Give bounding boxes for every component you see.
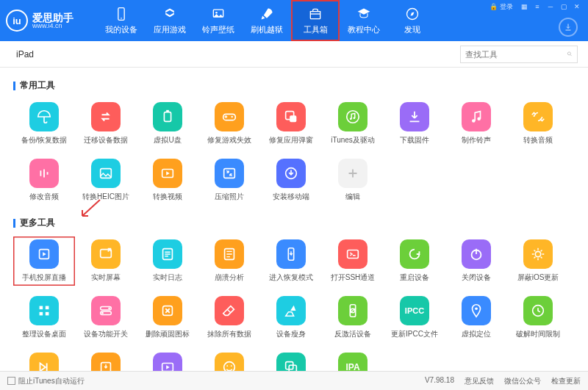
more-tools-grid: 手机投屏直播 实时屏幕 实时日志 崩溃分析 进入恢复模式 打开SSH通道 重启设… [13, 236, 575, 371]
tool-backup-boot[interactable]: 备份引导区数据 [75, 350, 137, 371]
clock-icon [530, 303, 546, 319]
player-icon [159, 359, 176, 371]
svg-point-3 [215, 12, 218, 13]
power-icon [468, 246, 484, 262]
device-tab[interactable]: iPad [10, 46, 40, 62]
tool-virtual-usb[interactable]: 虚拟U盘 [137, 99, 198, 148]
graduation-icon [356, 7, 371, 21]
section-common-title: 常用工具 [13, 79, 575, 92]
itunes-icon [345, 109, 361, 125]
tool-backup-restore[interactable]: 备份/恢复数据 [13, 99, 75, 148]
tool-organize-desktop[interactable]: 整理设备桌面 [13, 293, 75, 342]
boot-backup-icon [98, 359, 114, 371]
tool-ipcc[interactable]: IPCC更新IPCC文件 [384, 293, 445, 342]
skin-icon[interactable]: ▦ [517, 1, 531, 12]
tool-ringtone[interactable]: 制作铃声 [445, 99, 507, 148]
svg-rect-19 [224, 169, 235, 178]
section-more-title: 更多工具 [13, 217, 575, 229]
tool-realtime-log[interactable]: 实时日志 [137, 236, 198, 286]
download-icon [564, 23, 573, 32]
nav-flash[interactable]: 刷机越狱 [243, 0, 291, 41]
feedback-link[interactable]: 意见反馈 [465, 376, 494, 386]
tool-emoji-convert[interactable]: 表情转换 [198, 350, 260, 371]
lock-icon[interactable]: 🔒 [487, 1, 500, 12]
block-itunes-label[interactable]: 阻止iTunes自动运行 [18, 376, 85, 386]
minimize-icon[interactable]: ─ [544, 1, 557, 12]
svg-point-44 [224, 362, 235, 371]
skip-icon [36, 359, 52, 371]
search-icon [567, 49, 573, 59]
tool-screencast[interactable]: 手机投屏直播 [13, 236, 75, 286]
tool-deactivate[interactable]: 反激活设备 [322, 293, 384, 342]
tool-compress-photo[interactable]: 压缩照片 [198, 156, 260, 205]
tool-feature-switch[interactable]: 设备功能开关 [75, 293, 137, 342]
compress-icon [221, 165, 237, 181]
tool-download-firmware[interactable]: 下载固件 [384, 99, 445, 148]
phone-icon [114, 7, 129, 21]
plus-icon [345, 165, 361, 181]
nav-toolbox[interactable]: 工具箱 [291, 0, 340, 41]
tool-ipa-sign[interactable]: IPAIPA签名 [322, 350, 384, 371]
tool-erase-all[interactable]: 抹除所有数据 [198, 293, 260, 342]
tool-crash-analysis[interactable]: 崩溃分析 [198, 236, 260, 286]
logo-icon: iu [6, 10, 28, 32]
heic-icon [98, 165, 114, 181]
tool-install-mobile[interactable]: 安装移动端 [260, 156, 322, 205]
search-box[interactable] [460, 46, 578, 63]
tool-fix-popup[interactable]: 修复应用弹窗 [260, 99, 322, 148]
tool-shutdown[interactable]: 关闭设备 [445, 236, 507, 286]
tool-itunes[interactable]: iTunes及驱动 [322, 99, 384, 148]
update-link[interactable]: 检查更新 [551, 376, 581, 386]
content: 常用工具 备份/恢复数据 迁移设备数据 虚拟U盘 修复游戏失效 修复应用弹窗 i… [0, 68, 588, 371]
nav-discover[interactable]: 发现 [388, 0, 437, 41]
tool-migrate[interactable]: 迁移设备数据 [75, 99, 137, 148]
version-label: V7.98.18 [425, 376, 454, 386]
sub-bar: iPad [0, 41, 588, 68]
reboot-icon [406, 246, 423, 262]
tool-reboot[interactable]: 重启设备 [384, 236, 445, 286]
tool-heic[interactable]: 转换HEIC图片 [75, 156, 137, 205]
audio-convert-icon [530, 109, 546, 125]
nav-ringtones[interactable]: 铃声壁纸 [194, 0, 243, 41]
tool-delete-stubborn[interactable]: 删除顽固图标 [137, 293, 198, 342]
tool-realtime-screen[interactable]: 实时屏幕 [75, 236, 137, 286]
svg-point-9 [231, 116, 232, 118]
nav-apps[interactable]: 应用游戏 [146, 0, 194, 41]
tool-dedupe-photo[interactable]: 图片去重 [260, 350, 322, 371]
apps-icon [162, 7, 177, 21]
tool-fix-game[interactable]: 修复游戏失效 [198, 99, 260, 148]
tool-edit-audio[interactable]: 修改音频 [13, 156, 75, 205]
login-link[interactable]: 登录 [500, 2, 513, 12]
wechat-link[interactable]: 微信公众号 [504, 376, 541, 386]
tool-player[interactable]: 爱思播放器 [137, 350, 198, 371]
nav-my-device[interactable]: 我的设备 [97, 0, 146, 41]
tool-block-update[interactable]: 屏蔽iOS更新 [507, 236, 569, 286]
compass-icon [405, 7, 420, 21]
log-icon [159, 246, 176, 262]
menu-icon[interactable]: ≡ [531, 1, 544, 12]
download-button[interactable] [559, 18, 578, 37]
tool-recovery-mode[interactable]: 进入恢复模式 [260, 236, 322, 286]
tool-virtual-location[interactable]: 虚拟定位 [445, 293, 507, 342]
svg-point-12 [347, 111, 359, 123]
window-controls: 🔒 登录 ▦ ≡ ─ ▢ ✕ [487, 1, 584, 12]
tool-crack-time[interactable]: 破解时间限制 [507, 293, 569, 342]
block-itunes-checkbox[interactable] [7, 377, 15, 385]
maximize-icon[interactable]: ▢ [557, 1, 570, 12]
tool-skip-setup[interactable]: 跳过设置向导 [13, 350, 75, 371]
app-url: www.i4.cn [32, 23, 74, 29]
tool-edit-add[interactable]: 编辑 [322, 156, 384, 205]
search-input[interactable] [465, 50, 567, 59]
tool-ssh[interactable]: 打开SSH通道 [322, 236, 384, 286]
svg-point-36 [101, 312, 104, 314]
tool-slim-device[interactable]: 设备瘦身 [260, 293, 322, 342]
svg-point-34 [108, 307, 110, 309]
nav-tutorials[interactable]: 教程中心 [340, 0, 388, 41]
tool-convert-audio[interactable]: 转换音频 [507, 99, 569, 148]
video-convert-icon [159, 165, 176, 181]
svg-rect-32 [46, 312, 49, 316]
logo[interactable]: iu 爱思助手 www.i4.cn [6, 10, 97, 32]
close-icon[interactable]: ✕ [570, 1, 584, 12]
svg-point-46 [231, 365, 232, 366]
tool-convert-video[interactable]: 转换视频 [137, 156, 198, 205]
